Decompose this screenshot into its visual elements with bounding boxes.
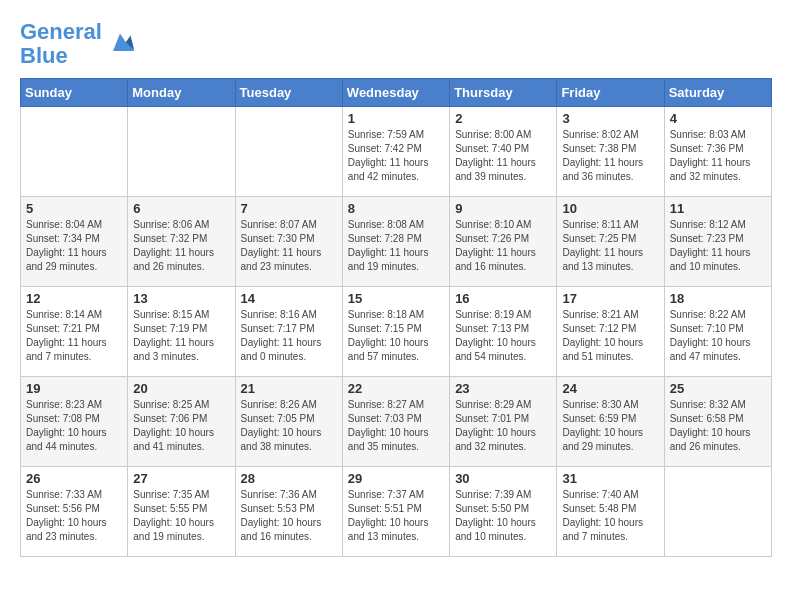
weekday-header-tuesday: Tuesday xyxy=(235,79,342,107)
day-info: Sunrise: 8:07 AM Sunset: 7:30 PM Dayligh… xyxy=(241,218,337,274)
day-info: Sunrise: 8:02 AM Sunset: 7:38 PM Dayligh… xyxy=(562,128,658,184)
day-number: 15 xyxy=(348,291,444,306)
calendar-table: SundayMondayTuesdayWednesdayThursdayFrid… xyxy=(20,78,772,557)
day-number: 2 xyxy=(455,111,551,126)
calendar-cell: 21Sunrise: 8:26 AM Sunset: 7:05 PM Dayli… xyxy=(235,377,342,467)
day-info: Sunrise: 8:10 AM Sunset: 7:26 PM Dayligh… xyxy=(455,218,551,274)
calendar-cell: 27Sunrise: 7:35 AM Sunset: 5:55 PM Dayli… xyxy=(128,467,235,557)
day-info: Sunrise: 7:35 AM Sunset: 5:55 PM Dayligh… xyxy=(133,488,229,544)
day-number: 5 xyxy=(26,201,122,216)
day-info: Sunrise: 8:23 AM Sunset: 7:08 PM Dayligh… xyxy=(26,398,122,454)
day-info: Sunrise: 8:16 AM Sunset: 7:17 PM Dayligh… xyxy=(241,308,337,364)
day-info: Sunrise: 8:25 AM Sunset: 7:06 PM Dayligh… xyxy=(133,398,229,454)
day-info: Sunrise: 7:33 AM Sunset: 5:56 PM Dayligh… xyxy=(26,488,122,544)
day-number: 10 xyxy=(562,201,658,216)
logo-text: General Blue xyxy=(20,20,102,68)
day-number: 27 xyxy=(133,471,229,486)
page-header: General Blue xyxy=(20,20,772,68)
day-number: 26 xyxy=(26,471,122,486)
day-number: 16 xyxy=(455,291,551,306)
day-number: 19 xyxy=(26,381,122,396)
calendar-cell xyxy=(235,107,342,197)
calendar-cell: 28Sunrise: 7:36 AM Sunset: 5:53 PM Dayli… xyxy=(235,467,342,557)
day-info: Sunrise: 8:21 AM Sunset: 7:12 PM Dayligh… xyxy=(562,308,658,364)
day-info: Sunrise: 8:29 AM Sunset: 7:01 PM Dayligh… xyxy=(455,398,551,454)
calendar-cell: 19Sunrise: 8:23 AM Sunset: 7:08 PM Dayli… xyxy=(21,377,128,467)
day-number: 6 xyxy=(133,201,229,216)
calendar-cell: 6Sunrise: 8:06 AM Sunset: 7:32 PM Daylig… xyxy=(128,197,235,287)
day-number: 22 xyxy=(348,381,444,396)
weekday-header-saturday: Saturday xyxy=(664,79,771,107)
day-number: 21 xyxy=(241,381,337,396)
day-number: 24 xyxy=(562,381,658,396)
day-number: 11 xyxy=(670,201,766,216)
calendar-cell: 23Sunrise: 8:29 AM Sunset: 7:01 PM Dayli… xyxy=(450,377,557,467)
day-info: Sunrise: 8:22 AM Sunset: 7:10 PM Dayligh… xyxy=(670,308,766,364)
day-info: Sunrise: 8:03 AM Sunset: 7:36 PM Dayligh… xyxy=(670,128,766,184)
day-number: 28 xyxy=(241,471,337,486)
day-number: 14 xyxy=(241,291,337,306)
day-info: Sunrise: 8:06 AM Sunset: 7:32 PM Dayligh… xyxy=(133,218,229,274)
calendar-cell: 25Sunrise: 8:32 AM Sunset: 6:58 PM Dayli… xyxy=(664,377,771,467)
calendar-cell: 4Sunrise: 8:03 AM Sunset: 7:36 PM Daylig… xyxy=(664,107,771,197)
calendar-cell: 20Sunrise: 8:25 AM Sunset: 7:06 PM Dayli… xyxy=(128,377,235,467)
calendar-cell: 13Sunrise: 8:15 AM Sunset: 7:19 PM Dayli… xyxy=(128,287,235,377)
day-number: 3 xyxy=(562,111,658,126)
weekday-header-friday: Friday xyxy=(557,79,664,107)
day-number: 20 xyxy=(133,381,229,396)
day-number: 4 xyxy=(670,111,766,126)
day-number: 18 xyxy=(670,291,766,306)
day-info: Sunrise: 8:32 AM Sunset: 6:58 PM Dayligh… xyxy=(670,398,766,454)
calendar-cell xyxy=(664,467,771,557)
day-info: Sunrise: 8:18 AM Sunset: 7:15 PM Dayligh… xyxy=(348,308,444,364)
day-number: 31 xyxy=(562,471,658,486)
day-info: Sunrise: 7:36 AM Sunset: 5:53 PM Dayligh… xyxy=(241,488,337,544)
day-number: 7 xyxy=(241,201,337,216)
day-info: Sunrise: 8:14 AM Sunset: 7:21 PM Dayligh… xyxy=(26,308,122,364)
day-info: Sunrise: 8:11 AM Sunset: 7:25 PM Dayligh… xyxy=(562,218,658,274)
day-number: 8 xyxy=(348,201,444,216)
calendar-cell: 16Sunrise: 8:19 AM Sunset: 7:13 PM Dayli… xyxy=(450,287,557,377)
calendar-cell: 17Sunrise: 8:21 AM Sunset: 7:12 PM Dayli… xyxy=(557,287,664,377)
calendar-cell: 3Sunrise: 8:02 AM Sunset: 7:38 PM Daylig… xyxy=(557,107,664,197)
weekday-header-thursday: Thursday xyxy=(450,79,557,107)
calendar-cell: 15Sunrise: 8:18 AM Sunset: 7:15 PM Dayli… xyxy=(342,287,449,377)
day-number: 25 xyxy=(670,381,766,396)
calendar-cell: 14Sunrise: 8:16 AM Sunset: 7:17 PM Dayli… xyxy=(235,287,342,377)
weekday-header-sunday: Sunday xyxy=(21,79,128,107)
day-number: 1 xyxy=(348,111,444,126)
day-info: Sunrise: 8:26 AM Sunset: 7:05 PM Dayligh… xyxy=(241,398,337,454)
calendar-cell: 1Sunrise: 7:59 AM Sunset: 7:42 PM Daylig… xyxy=(342,107,449,197)
day-number: 17 xyxy=(562,291,658,306)
calendar-cell xyxy=(128,107,235,197)
day-info: Sunrise: 7:59 AM Sunset: 7:42 PM Dayligh… xyxy=(348,128,444,184)
calendar-cell: 7Sunrise: 8:07 AM Sunset: 7:30 PM Daylig… xyxy=(235,197,342,287)
day-info: Sunrise: 8:00 AM Sunset: 7:40 PM Dayligh… xyxy=(455,128,551,184)
calendar-cell: 11Sunrise: 8:12 AM Sunset: 7:23 PM Dayli… xyxy=(664,197,771,287)
calendar-cell: 29Sunrise: 7:37 AM Sunset: 5:51 PM Dayli… xyxy=(342,467,449,557)
day-info: Sunrise: 7:37 AM Sunset: 5:51 PM Dayligh… xyxy=(348,488,444,544)
day-info: Sunrise: 7:40 AM Sunset: 5:48 PM Dayligh… xyxy=(562,488,658,544)
day-number: 13 xyxy=(133,291,229,306)
day-info: Sunrise: 8:04 AM Sunset: 7:34 PM Dayligh… xyxy=(26,218,122,274)
calendar-cell: 12Sunrise: 8:14 AM Sunset: 7:21 PM Dayli… xyxy=(21,287,128,377)
weekday-header-wednesday: Wednesday xyxy=(342,79,449,107)
day-info: Sunrise: 8:27 AM Sunset: 7:03 PM Dayligh… xyxy=(348,398,444,454)
calendar-cell: 24Sunrise: 8:30 AM Sunset: 6:59 PM Dayli… xyxy=(557,377,664,467)
calendar-cell: 31Sunrise: 7:40 AM Sunset: 5:48 PM Dayli… xyxy=(557,467,664,557)
weekday-header-monday: Monday xyxy=(128,79,235,107)
calendar-cell: 9Sunrise: 8:10 AM Sunset: 7:26 PM Daylig… xyxy=(450,197,557,287)
day-number: 9 xyxy=(455,201,551,216)
day-number: 29 xyxy=(348,471,444,486)
calendar-cell: 22Sunrise: 8:27 AM Sunset: 7:03 PM Dayli… xyxy=(342,377,449,467)
day-number: 23 xyxy=(455,381,551,396)
day-info: Sunrise: 8:08 AM Sunset: 7:28 PM Dayligh… xyxy=(348,218,444,274)
day-number: 30 xyxy=(455,471,551,486)
calendar-cell: 30Sunrise: 7:39 AM Sunset: 5:50 PM Dayli… xyxy=(450,467,557,557)
day-info: Sunrise: 8:19 AM Sunset: 7:13 PM Dayligh… xyxy=(455,308,551,364)
day-info: Sunrise: 8:15 AM Sunset: 7:19 PM Dayligh… xyxy=(133,308,229,364)
day-info: Sunrise: 8:30 AM Sunset: 6:59 PM Dayligh… xyxy=(562,398,658,454)
day-info: Sunrise: 8:12 AM Sunset: 7:23 PM Dayligh… xyxy=(670,218,766,274)
calendar-cell xyxy=(21,107,128,197)
calendar-cell: 10Sunrise: 8:11 AM Sunset: 7:25 PM Dayli… xyxy=(557,197,664,287)
